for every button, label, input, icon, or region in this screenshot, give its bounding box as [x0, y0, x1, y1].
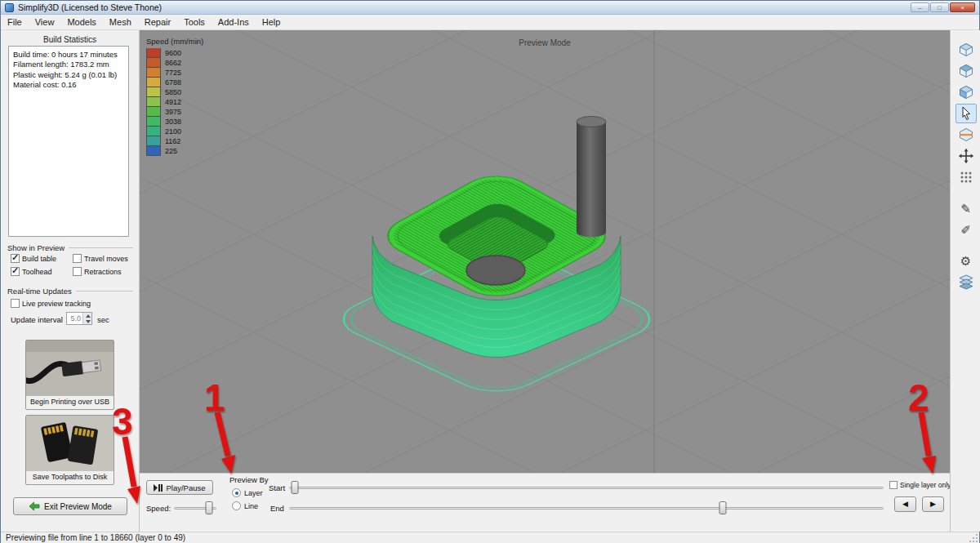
sd-cards-image — [26, 416, 114, 471]
settings-gear-icon[interactable]: ⚙ — [956, 251, 977, 270]
legend-swatch — [146, 146, 161, 156]
checkbox-single-layer-only[interactable]: Single layer only — [889, 481, 951, 489]
speed-legend: Speed (mm/min) 9600 8662 7725 6788 5850 … — [146, 37, 203, 156]
start-slider-thumb[interactable] — [292, 481, 299, 494]
update-interval-spinner[interactable]: 5.0 — [66, 312, 92, 325]
airbrush-tool-icon[interactable]: ✐ — [956, 220, 977, 239]
legend-swatch — [146, 58, 161, 68]
legend-swatch — [146, 68, 161, 78]
play-pause-icon — [154, 484, 163, 492]
checkbox-build-table[interactable]: Build table — [11, 254, 56, 263]
titlebar: Simplify3D (Licensed to Steve Thone) – □… — [1, 1, 979, 15]
window: Simplify3D (Licensed to Steve Thone) – □… — [0, 0, 980, 543]
green-back-arrow-icon — [29, 501, 40, 511]
menu-tools[interactable]: Tools — [177, 16, 212, 29]
stat-build-time: Build time: 0 hours 17 minutes — [13, 50, 124, 60]
legend-row: 8662 — [146, 58, 203, 68]
maximize-button[interactable]: □ — [930, 2, 949, 12]
legend-row: 4912 — [146, 97, 203, 107]
playback-bar: Play/Pause Speed: Preview By Layer Line … — [140, 473, 950, 532]
begin-printing-usb-button[interactable]: Begin Printing over USB — [25, 340, 114, 410]
checkbox-retractions[interactable]: Retractions — [73, 267, 122, 276]
legend-swatch — [146, 97, 161, 107]
legend-row: 5850 — [146, 87, 203, 97]
legend-row: 3975 — [146, 107, 203, 117]
end-slider[interactable] — [289, 501, 884, 515]
3d-scene[interactable] — [140, 30, 950, 473]
checkbox-live-preview-tracking[interactable]: Live preview tracking — [11, 299, 91, 308]
legend-swatch — [146, 136, 161, 146]
stat-material-cost: Material cost: 0.16 — [13, 80, 124, 90]
move-tool-icon[interactable] — [956, 146, 977, 166]
checkbox-toolhead[interactable]: Toolhead — [11, 267, 52, 276]
legend-row: 7725 — [146, 68, 203, 78]
stat-plastic-weight: Plastic weight: 5.24 g (0.01 lb) — [13, 70, 124, 80]
resize-grip[interactable] — [969, 533, 978, 543]
legend-row: 6788 — [146, 78, 203, 87]
radio-circle — [232, 501, 241, 510]
legend-swatch — [146, 107, 161, 117]
window-title: Simplify3D (Licensed to Steve Thone) — [18, 2, 162, 12]
legend-swatch — [146, 87, 161, 97]
menu-view[interactable]: View — [29, 16, 61, 29]
preview-by-label: Preview By — [229, 475, 269, 484]
save-toolpaths-button[interactable]: Save Toolpaths to Disk — [25, 415, 114, 485]
build-statistics-title: Build Statistics — [1, 35, 139, 44]
menu-models[interactable]: Models — [60, 16, 102, 29]
legend-row: 2100 — [146, 127, 203, 136]
menu-addins[interactable]: Add-Ins — [212, 16, 256, 29]
spinner-up-icon[interactable] — [83, 313, 91, 318]
checkbox-box — [11, 267, 20, 276]
disk-button-label: Save Toolpaths to Disk — [26, 471, 114, 483]
menu-mesh[interactable]: Mesh — [103, 16, 138, 29]
update-interval-label: Update interval — [11, 315, 63, 324]
legend-swatch — [146, 48, 161, 58]
speed-label: Speed: — [146, 504, 171, 513]
checkbox-box — [73, 254, 82, 263]
slider-track — [289, 507, 884, 510]
radio-layer[interactable]: Layer — [232, 488, 263, 497]
speed-slider[interactable] — [174, 501, 216, 515]
legend-row: 9600 — [146, 48, 203, 58]
checkbox-travel-moves[interactable]: Travel moves — [73, 254, 128, 263]
close-button[interactable]: × — [950, 2, 975, 12]
radio-line[interactable]: Line — [232, 501, 258, 510]
pen-tool-icon[interactable]: ✎ — [956, 198, 977, 218]
checkbox-box — [889, 481, 898, 489]
default-view-icon[interactable] — [956, 40, 977, 60]
app-icon — [5, 3, 14, 12]
statusbar: Previewing file from line 1 to 18660 (la… — [1, 532, 979, 543]
support-grid-icon[interactable] — [956, 167, 977, 187]
legend-swatch — [146, 117, 161, 127]
realtime-updates-header: Real-time Updates — [7, 287, 133, 296]
exit-button-label: Exit Preview Mode — [44, 502, 112, 511]
cross-section-icon[interactable] — [956, 125, 977, 145]
slider-track — [289, 487, 884, 489]
model-center-hole — [466, 256, 525, 285]
spinner-down-icon[interactable] — [83, 318, 91, 324]
exit-preview-button[interactable]: Exit Preview Mode — [13, 497, 127, 515]
layer-stack-icon[interactable] — [956, 272, 977, 292]
menubar: File View Models Mesh Repair Tools Add-I… — [1, 15, 979, 30]
next-layer-button[interactable]: ▶ — [922, 496, 944, 512]
previous-layer-button[interactable]: ◀ — [894, 496, 916, 512]
top-view-icon[interactable] — [956, 61, 977, 81]
update-interval-unit: sec — [97, 315, 109, 324]
legend-title: Speed (mm/min) — [146, 37, 203, 46]
speed-slider-thumb[interactable] — [205, 501, 212, 514]
select-cursor-icon[interactable] — [956, 104, 977, 123]
checkbox-box — [73, 267, 82, 276]
stat-filament-length: Filament length: 1783.2 mm — [13, 60, 124, 69]
menu-repair[interactable]: Repair — [138, 16, 177, 29]
play-pause-button[interactable]: Play/Pause — [146, 480, 213, 495]
menu-help[interactable]: Help — [256, 16, 287, 29]
preview-viewport: Preview Mode Speed (mm/min) 9600 8662 77… — [140, 30, 950, 532]
start-slider[interactable] — [289, 480, 884, 495]
menu-file[interactable]: File — [1, 16, 29, 29]
usb-cable-image — [26, 340, 114, 396]
usb-button-label: Begin Printing over USB — [26, 396, 114, 408]
end-slider-thumb[interactable] — [719, 501, 727, 514]
front-view-icon[interactable] — [956, 82, 977, 102]
preview-sidebar: Build Statistics Build time: 0 hours 17 … — [1, 30, 140, 532]
minimize-button[interactable]: – — [911, 2, 929, 12]
